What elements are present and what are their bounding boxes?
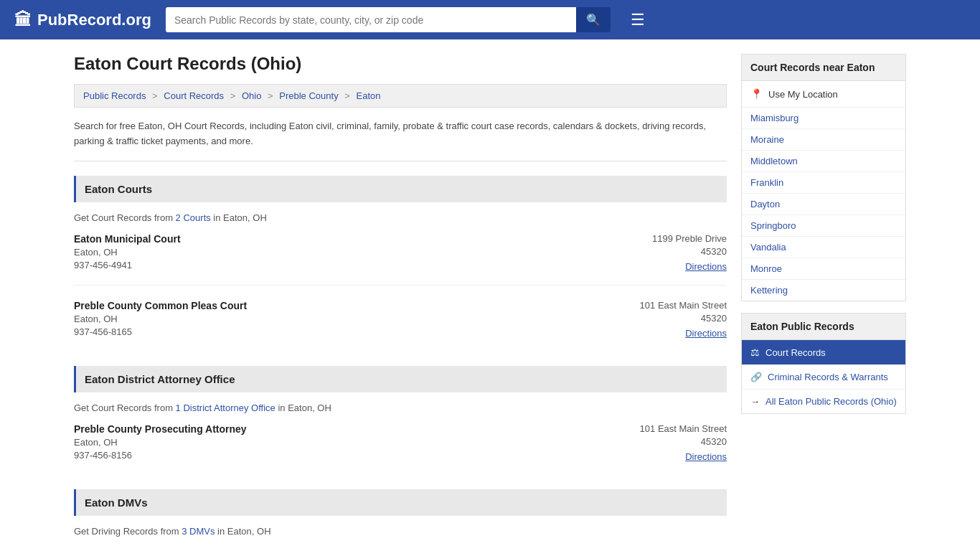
- breadcrumb-preble-county[interactable]: Preble County: [279, 90, 338, 101]
- court-zip-1: 45320: [652, 246, 727, 257]
- pub-records-criminal-link[interactable]: Criminal Records & Warrants: [768, 372, 888, 382]
- breadcrumb-sep-4: >: [344, 90, 352, 101]
- use-location-button[interactable]: 📍 Use My Location: [742, 81, 905, 108]
- court-street-1: 1199 Preble Drive: [652, 233, 727, 244]
- breadcrumb-eaton[interactable]: Eaton: [356, 90, 380, 101]
- arrow-icon: →: [750, 396, 760, 407]
- court-info-2: Preble County Common Pleas Court Eaton, …: [74, 300, 247, 339]
- attorney-sub-suffix: in Eaton, OH: [275, 402, 331, 413]
- pub-records-criminal[interactable]: 🔗 Criminal Records & Warrants: [742, 365, 905, 390]
- attorney-zip-1: 45320: [640, 436, 727, 447]
- court-zip-2: 45320: [640, 313, 727, 324]
- city-item-miamisburg[interactable]: Miamisburg: [742, 108, 905, 129]
- dmv-count-link[interactable]: 3 DMVs: [182, 526, 215, 537]
- pub-records-court-records[interactable]: ⚖ Court Records: [742, 340, 905, 365]
- pub-records-court-label: Court Records: [765, 347, 826, 358]
- use-location-label: Use My Location: [768, 89, 838, 100]
- city-item-dayton[interactable]: Dayton: [742, 194, 905, 215]
- location-pin-icon: 📍: [750, 88, 763, 100]
- attorney-street-1: 101 East Main Street: [640, 423, 727, 434]
- breadcrumb: Public Records > Court Records > Ohio > …: [74, 84, 727, 108]
- menu-button[interactable]: ☰: [625, 8, 651, 32]
- search-input[interactable]: [166, 7, 576, 32]
- court-phone-1: 937-456-4941: [74, 260, 181, 270]
- courts-count-link[interactable]: 2 Courts: [176, 212, 211, 223]
- city-item-vandalia[interactable]: Vandalia: [742, 237, 905, 258]
- attorney-entry-1: Preble County Prosecuting Attorney Eaton…: [74, 423, 727, 475]
- nearby-title: Court Records near Eaton: [742, 55, 905, 81]
- court-name-1: Eaton Municipal Court: [74, 233, 181, 245]
- city-list: Miamisburg Moraine Middletown Franklin D…: [742, 108, 905, 301]
- court-directions-2[interactable]: Directions: [685, 328, 727, 339]
- dmv-section-header: Eaton DMVs: [74, 489, 727, 516]
- page-description: Search for free Eaton, OH Court Records,…: [74, 119, 727, 161]
- court-phone-2: 937-456-8165: [74, 326, 247, 337]
- city-item-middletown[interactable]: Middletown: [742, 151, 905, 172]
- courts-sub-suffix: in Eaton, OH: [211, 212, 267, 223]
- search-button[interactable]: 🔍: [576, 7, 611, 32]
- balance-icon: ⚖: [750, 347, 760, 358]
- courts-sub-prefix: Get Court Records from: [74, 212, 176, 223]
- link-icon: 🔗: [750, 372, 762, 382]
- main-content: Eaton Court Records (Ohio) Public Record…: [74, 54, 727, 548]
- court-street-2: 101 East Main Street: [640, 300, 727, 311]
- court-address-2: 101 East Main Street 45320 Directions: [640, 300, 727, 339]
- attorney-name-1: Preble County Prosecuting Attorney: [74, 423, 247, 435]
- site-logo[interactable]: 🏛 PubRecord.org: [14, 10, 151, 30]
- breadcrumb-sep-1: >: [152, 90, 160, 101]
- city-item-kettering[interactable]: Kettering: [742, 280, 905, 301]
- attorney-directions-1[interactable]: Directions: [685, 451, 727, 462]
- attorney-count-link[interactable]: 1 District Attorney Office: [176, 402, 275, 413]
- pub-records-all-link[interactable]: All Eaton Public Records (Ohio): [765, 396, 897, 407]
- public-records-title: Eaton Public Records: [742, 314, 905, 340]
- court-location-2: Eaton, OH: [74, 314, 247, 324]
- breadcrumb-sep-2: >: [230, 90, 238, 101]
- attorney-section-header: Eaton District Attorney Office: [74, 366, 727, 392]
- page-title: Eaton Court Records (Ohio): [74, 54, 727, 74]
- nearby-box: Court Records near Eaton 📍 Use My Locati…: [741, 54, 906, 301]
- dmv-section: Eaton DMVs Get Driving Records from 3 DM…: [74, 489, 727, 537]
- site-header: 🏛 PubRecord.org 🔍 ☰: [0, 0, 980, 39]
- courts-section-header: Eaton Courts: [74, 176, 727, 202]
- breadcrumb-ohio[interactable]: Ohio: [242, 90, 261, 101]
- logo-text: PubRecord.org: [37, 11, 151, 29]
- attorney-sub-description: Get Court Records from 1 District Attorn…: [74, 402, 727, 413]
- city-item-monroe[interactable]: Monroe: [742, 258, 905, 280]
- logo-icon: 🏛: [14, 10, 32, 30]
- city-item-springboro[interactable]: Springboro: [742, 215, 905, 237]
- attorney-phone-1: 937-456-8156: [74, 450, 247, 461]
- search-bar: 🔍: [166, 7, 611, 32]
- court-name-2: Preble County Common Pleas Court: [74, 300, 247, 311]
- breadcrumb-sep-3: >: [268, 90, 275, 101]
- dmv-sub-suffix: in Eaton, OH: [215, 526, 271, 537]
- public-records-box: Eaton Public Records ⚖ Court Records 🔗 C…: [741, 313, 906, 414]
- court-location-1: Eaton, OH: [74, 247, 181, 258]
- court-info-1: Eaton Municipal Court Eaton, OH 937-456-…: [74, 233, 181, 272]
- attorney-location-1: Eaton, OH: [74, 437, 247, 448]
- dmv-sub-description: Get Driving Records from 3 DMVs in Eaton…: [74, 526, 727, 537]
- city-item-moraine[interactable]: Moraine: [742, 129, 905, 151]
- court-entry-2: Preble County Common Pleas Court Eaton, …: [74, 300, 727, 352]
- dmv-sub-prefix: Get Driving Records from: [74, 526, 182, 537]
- sidebar: Court Records near Eaton 📍 Use My Locati…: [741, 54, 906, 548]
- attorney-info-1: Preble County Prosecuting Attorney Eaton…: [74, 423, 247, 462]
- attorney-address-1: 101 East Main Street 45320 Directions: [640, 423, 727, 462]
- breadcrumb-public-records[interactable]: Public Records: [83, 90, 146, 101]
- attorney-sub-prefix: Get Court Records from: [74, 402, 176, 413]
- courts-sub-description: Get Court Records from 2 Courts in Eaton…: [74, 212, 727, 223]
- attorney-section: Eaton District Attorney Office Get Court…: [74, 366, 727, 475]
- breadcrumb-court-records[interactable]: Court Records: [164, 90, 224, 101]
- page-wrapper: Eaton Court Records (Ohio) Public Record…: [60, 39, 920, 551]
- city-item-franklin[interactable]: Franklin: [742, 172, 905, 194]
- pub-records-all[interactable]: → All Eaton Public Records (Ohio): [742, 390, 905, 413]
- court-directions-1[interactable]: Directions: [685, 261, 727, 272]
- court-entry-1: Eaton Municipal Court Eaton, OH 937-456-…: [74, 233, 727, 286]
- courts-section: Eaton Courts Get Court Records from 2 Co…: [74, 176, 727, 352]
- court-address-1: 1199 Preble Drive 45320 Directions: [652, 233, 727, 272]
